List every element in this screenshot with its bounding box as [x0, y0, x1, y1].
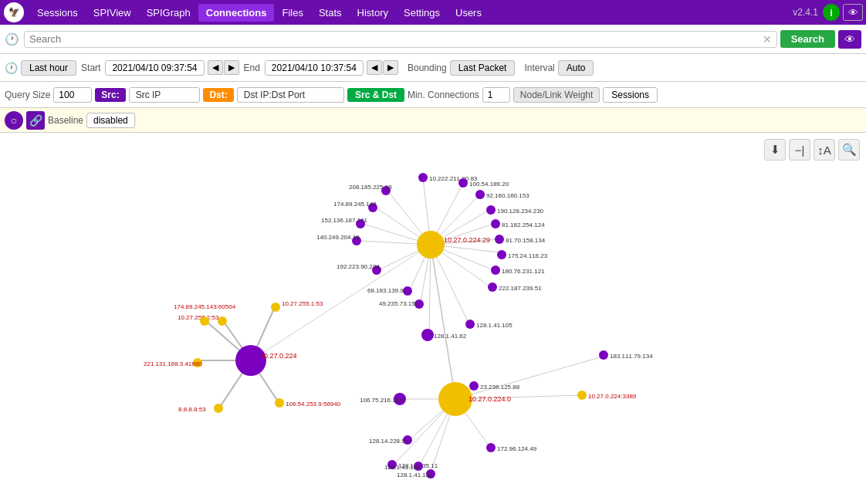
- svg-text:128.1.41.188: 128.1.41.188: [384, 464, 421, 471]
- node-lb1[interactable]: [218, 316, 227, 326]
- search-input[interactable]: [29, 33, 759, 45]
- node-n3[interactable]: [475, 190, 485, 199]
- svg-text:183.111.79.134: 183.111.79.134: [610, 353, 653, 360]
- node-lb4[interactable]: [214, 404, 223, 413]
- nav-spiview[interactable]: SPIView: [86, 4, 139, 22]
- dst-badge[interactable]: Dst:: [203, 88, 233, 102]
- svg-text:152.136.187.161: 152.136.187.161: [321, 217, 368, 224]
- start-prev-btn[interactable]: ◀: [208, 60, 223, 75]
- dst-value[interactable]: Dst IP:Dst Port: [237, 87, 344, 103]
- nav-spigraph[interactable]: SPIGraph: [139, 4, 198, 22]
- min-conn-input[interactable]: [482, 87, 510, 103]
- node-n19[interactable]: [469, 381, 479, 391]
- svg-text:23.236.125.88: 23.236.125.88: [480, 384, 520, 391]
- node-n27[interactable]: [599, 350, 608, 360]
- nav-bar: 🦅 Sessions SPIView SPIGraph Connections …: [0, 0, 866, 25]
- node-n18[interactable]: [421, 329, 434, 341]
- end-next-btn[interactable]: ▶: [383, 60, 398, 75]
- time-clock-icon: 🕐: [5, 62, 18, 74]
- node-n2[interactable]: [458, 178, 468, 188]
- query-bar: Query Size Src: Src IP Dst: Dst IP:Dst P…: [0, 82, 866, 108]
- baseline-bar: ○ 🔗 Baseline disabled: [0, 108, 866, 133]
- nav-files[interactable]: Files: [274, 4, 310, 22]
- start-label: Start: [81, 63, 100, 73]
- node-n26[interactable]: [577, 391, 587, 400]
- interval-value[interactable]: Auto: [558, 60, 594, 76]
- interval-label: Interval: [524, 63, 554, 73]
- svg-text:100.54.189.20: 100.54.189.20: [469, 181, 509, 188]
- search-eye-button[interactable]: 👁: [838, 30, 861, 49]
- nav-history[interactable]: History: [350, 4, 396, 22]
- baseline-circle-btn[interactable]: ○: [5, 111, 23, 130]
- svg-text:128.1.41.105: 128.1.41.105: [476, 322, 512, 329]
- svg-text:68.183.139.91: 68.183.139.91: [367, 287, 408, 294]
- time-preset[interactable]: Last hour: [21, 60, 76, 76]
- search-clock-icon: 🕐: [5, 32, 19, 46]
- node-n1[interactable]: [418, 173, 428, 182]
- info-icon[interactable]: i: [823, 4, 840, 21]
- nav-settings[interactable]: Settings: [396, 4, 448, 22]
- svg-text:10.27.255.1:53: 10.27.255.1:53: [282, 300, 323, 307]
- node-n4[interactable]: [486, 205, 496, 215]
- node-n13[interactable]: [488, 282, 497, 292]
- node-link-label[interactable]: Node/Link Weight: [513, 87, 600, 103]
- search-button[interactable]: Search: [780, 30, 835, 48]
- node-main2[interactable]: [438, 382, 472, 416]
- node-n17[interactable]: [465, 320, 475, 329]
- start-next-btn[interactable]: ▶: [224, 60, 239, 75]
- start-value[interactable]: 2021/04/10 09:37:54: [105, 60, 204, 76]
- node-n25[interactable]: [486, 443, 496, 452]
- query-size-input[interactable]: [53, 87, 92, 103]
- min-conn-label: Min. Connections: [408, 90, 479, 100]
- bounding-value[interactable]: Last Packet: [450, 60, 516, 76]
- svg-text:8.8.8.8:53: 8.8.8.8:53: [178, 406, 206, 413]
- svg-text:128.1.41.62: 128.1.41.62: [434, 333, 467, 340]
- logo: 🦅: [3, 2, 25, 23]
- node-n12[interactable]: [491, 266, 500, 275]
- nav-sessions[interactable]: Sessions: [29, 4, 86, 22]
- svg-text:106.75.216.133: 106.75.216.133: [360, 397, 403, 404]
- end-nav: ◀ ▶: [367, 60, 398, 75]
- search-clear-icon[interactable]: ✕: [763, 33, 772, 46]
- baseline-label: Baseline: [48, 115, 83, 126]
- end-value[interactable]: 2021/04/10 10:37:54: [265, 60, 364, 76]
- node-n10[interactable]: [495, 235, 504, 244]
- node-lb6[interactable]: [200, 316, 209, 326]
- svg-text:10.27.255.2:53: 10.27.255.2:53: [178, 314, 219, 321]
- node-n9[interactable]: [491, 219, 500, 228]
- svg-text:128.14.228.94: 128.14.228.94: [369, 438, 409, 445]
- nav-stats[interactable]: Stats: [311, 4, 350, 22]
- baseline-value[interactable]: disabled: [86, 113, 135, 128]
- svg-text:81.182.254.124: 81.182.254.124: [502, 222, 545, 228]
- svg-text:106.54.253.9:56940: 106.54.253.9:56940: [286, 401, 341, 408]
- node-lb2[interactable]: [271, 303, 280, 312]
- network-graph: 10.27.0.224:29 10.27.0.224:0 10.27.0.224…: [0, 133, 866, 504]
- baseline-link-btn[interactable]: 🔗: [26, 111, 45, 130]
- svg-text:10.27.0.224:3389: 10.27.0.224:3389: [588, 393, 637, 400]
- svg-text:140.249.204.19: 140.249.204.19: [316, 234, 360, 241]
- nav-users[interactable]: Users: [448, 4, 489, 22]
- graph-area: ⬇ −| ↕A 🔍: [0, 133, 866, 504]
- svg-text:208.185.225.88: 208.185.225.88: [349, 184, 392, 191]
- svg-text:🦅: 🦅: [8, 6, 20, 18]
- node-main3[interactable]: [235, 345, 266, 376]
- svg-text:222.187.239.51: 222.187.239.51: [499, 285, 542, 292]
- svg-text:10.27.0.224:0: 10.27.0.224:0: [469, 395, 511, 403]
- src-badge[interactable]: Src:: [95, 88, 125, 102]
- svg-line-35: [431, 245, 455, 399]
- svg-text:49.235.73.156: 49.235.73.156: [379, 300, 419, 307]
- search-bar: 🕐 ✕ Search 👁: [0, 25, 866, 54]
- nav-connections[interactable]: Connections: [198, 4, 275, 22]
- node-lb5[interactable]: [275, 398, 284, 408]
- sessions-value[interactable]: Sessions: [603, 87, 658, 103]
- svg-text:175.24.116.23: 175.24.116.23: [508, 252, 548, 259]
- svg-text:180.76.231.121: 180.76.231.121: [502, 268, 545, 275]
- node-main1[interactable]: [417, 231, 445, 259]
- src-value[interactable]: Src IP: [129, 87, 201, 103]
- end-label: End: [244, 63, 260, 73]
- node-n11[interactable]: [497, 250, 506, 259]
- srcdst-badge[interactable]: Src & Dst: [347, 88, 404, 102]
- end-prev-btn[interactable]: ◀: [367, 60, 382, 75]
- eye-icon[interactable]: 👁: [843, 4, 863, 21]
- svg-text:192.223.90.234: 192.223.90.234: [337, 263, 380, 270]
